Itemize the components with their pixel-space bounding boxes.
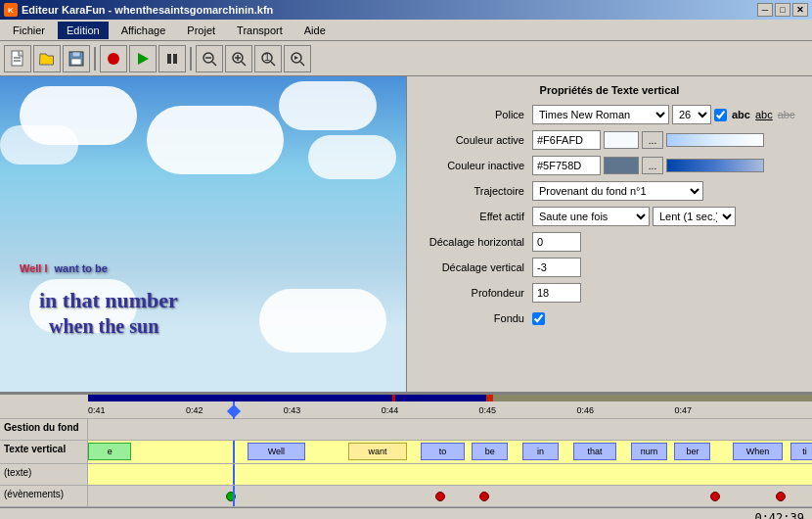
word-seg-be[interactable]: be (472, 443, 508, 460)
evenements-label: (évènements) (0, 486, 88, 506)
svg-marker-7 (138, 53, 149, 65)
event-dot-red-1[interactable] (435, 492, 445, 501)
zoom-out-button[interactable] (196, 45, 223, 72)
police-label: Police (415, 109, 532, 120)
texte-track-row: (texte) (0, 464, 812, 486)
menu-affichage[interactable]: Affichage (113, 22, 175, 39)
zoom-fit-button[interactable] (284, 45, 311, 72)
fondu-checkbox[interactable] (532, 312, 545, 325)
evenements-content[interactable] (88, 486, 812, 506)
word-seg-well[interactable]: Well (248, 443, 305, 460)
font-select[interactable]: Times New Roman (532, 105, 669, 124)
word-seg-want[interactable]: want (348, 443, 406, 460)
font-bold-checkbox[interactable] (714, 109, 727, 121)
couleur-inactive-box[interactable] (604, 157, 639, 174)
decalage-h-row: Décalage horizontal (415, 231, 804, 253)
word-seg-in[interactable]: in (522, 443, 559, 460)
preview-area: Well I want to be in that number when th… (0, 76, 406, 392)
lyric-line-3: when the sun (49, 315, 158, 338)
fond-track-row: Gestion du fond (0, 419, 812, 441)
couleur-active-box[interactable] (604, 131, 639, 149)
status-time: 0:42:39 (754, 511, 812, 520)
maximize-button[interactable]: □ (775, 3, 790, 17)
tick-042: 0:42 (186, 405, 203, 415)
svg-rect-5 (71, 59, 81, 65)
lyric-line-1: Well I want to be (20, 248, 108, 279)
decalage-v-input[interactable] (532, 258, 581, 277)
texte-content[interactable] (88, 464, 812, 485)
word-seg-ber[interactable]: ber (674, 443, 710, 460)
open-button[interactable] (33, 45, 61, 72)
couleur-inactive-picker[interactable]: ... (642, 157, 663, 174)
couleur-inactive-slider[interactable] (666, 159, 764, 172)
word-seg-ti[interactable]: ti (790, 443, 812, 460)
window-title: Editeur KaraFun - whenthesaintsgomarchin… (22, 4, 273, 16)
effet-select[interactable]: Saute une fois (532, 207, 650, 226)
event-dot-red-4[interactable] (776, 492, 786, 501)
trajectoire-row: Trajectoire Provenant du fond n°1 (415, 180, 804, 202)
couleur-inactive-input[interactable] (532, 156, 601, 175)
play-button[interactable] (129, 45, 157, 72)
texte-vertical-track-row: Texte vertical e Well want to be in that… (0, 441, 812, 464)
word-seg-num[interactable]: num (631, 443, 667, 460)
couleur-active-picker[interactable]: ... (642, 131, 663, 149)
menu-bar: Fichier Edition Affichage Projet Transpo… (0, 20, 812, 41)
sky-background: Well I want to be in that number when th… (0, 76, 406, 392)
profondeur-input[interactable] (532, 283, 581, 303)
cloud-2 (279, 81, 377, 130)
properties-title: Propriétés de Texte vertical (415, 84, 804, 96)
menu-edition[interactable]: Edition (58, 22, 109, 39)
record-button[interactable] (100, 45, 127, 72)
word-seg-e[interactable]: e (88, 443, 131, 460)
speed-select[interactable]: Lent (1 sec.) (653, 207, 736, 226)
texte-vertical-content[interactable]: e Well want to be in that num ber When t… (88, 441, 812, 463)
menu-aide[interactable]: Aide (295, 22, 335, 39)
fond-track-content[interactable] (88, 419, 812, 440)
event-dot-red-2[interactable] (479, 492, 489, 501)
couleur-active-row: Couleur active ... (415, 129, 804, 151)
svg-rect-9 (173, 54, 177, 64)
svg-line-21 (300, 62, 304, 66)
couleur-active-input[interactable] (532, 130, 601, 150)
profondeur-row: Profondeur (415, 282, 804, 304)
zoom-reset-button[interactable]: 1 (254, 45, 282, 72)
couleur-active-label: Couleur active (415, 134, 532, 146)
word-seg-to[interactable]: to (421, 443, 464, 460)
couleur-active-slider[interactable] (666, 133, 764, 147)
fond-track-label: Gestion du fond (0, 419, 88, 440)
font-size-select[interactable]: 26 (672, 105, 711, 124)
svg-point-6 (108, 53, 119, 65)
close-button[interactable]: ✕ (792, 3, 808, 17)
save-button[interactable] (63, 45, 90, 72)
police-row: Police Times New Roman 26 abc abc abc (415, 104, 804, 125)
couleur-inactive-label: Couleur inactive (415, 160, 532, 171)
timeline-ruler: 0:41 0:42 0:43 0:44 0:45 0:46 0:47 (0, 401, 812, 419)
profondeur-label: Profondeur (415, 287, 532, 299)
zoom-in-button[interactable] (225, 45, 252, 72)
event-dot-red-3[interactable] (710, 492, 720, 501)
stop-button[interactable] (158, 45, 186, 72)
fondu-row: Fondu (415, 307, 804, 329)
trajectoire-label: Trajectoire (415, 185, 532, 197)
svg-line-18 (271, 62, 275, 66)
timeline-area: 0:41 0:42 0:43 0:44 0:45 0:46 0:47 Gesti… (0, 392, 812, 519)
effet-actif-label: Effet actif (415, 211, 532, 222)
svg-line-14 (242, 62, 246, 66)
tick-044: 0:44 (382, 405, 399, 415)
menu-transport[interactable]: Transport (228, 22, 292, 39)
properties-panel: Propriétés de Texte vertical Police Time… (406, 76, 812, 392)
track-area: Gestion du fond Texte vertical e Well wa… (0, 419, 812, 507)
decalage-v-label: Décalage vertical (415, 261, 532, 273)
decalage-h-input[interactable] (532, 232, 581, 252)
new-button[interactable] (4, 45, 31, 72)
word-seg-when[interactable]: When (733, 443, 784, 460)
tick-046: 0:46 (577, 405, 595, 415)
cloud-3 (147, 106, 284, 174)
svg-rect-8 (167, 54, 171, 64)
trajectoire-select[interactable]: Provenant du fond n°1 (532, 181, 703, 201)
word-seg-that[interactable]: that (573, 443, 616, 460)
menu-fichier[interactable]: Fichier (4, 22, 54, 39)
main-content: Well I want to be in that number when th… (0, 76, 812, 392)
menu-projet[interactable]: Projet (178, 22, 224, 39)
minimize-button[interactable]: ─ (757, 3, 773, 17)
